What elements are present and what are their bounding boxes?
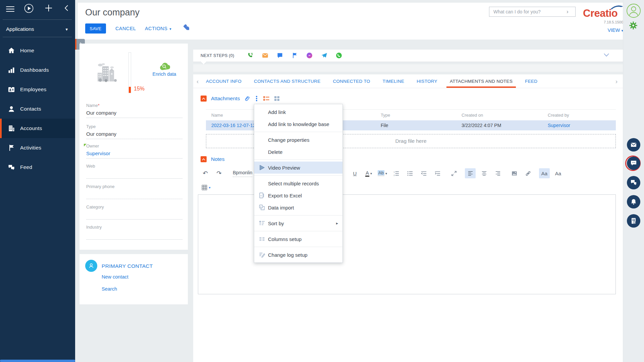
field-primary-phone[interactable]: Primary phone	[86, 184, 182, 199]
font-color-icon[interactable]: A▾	[363, 168, 374, 178]
insert-image-icon[interactable]	[509, 168, 520, 178]
more-actions-icon[interactable]	[255, 96, 259, 101]
tab-connected-to[interactable]: CONNECTED TO	[333, 74, 370, 88]
user-avatar[interactable]	[626, 3, 641, 18]
attachment-created-by-link[interactable]: Supervisor	[548, 123, 570, 128]
collapse-sidebar-icon[interactable]	[63, 4, 70, 12]
settings-gear-icon[interactable]	[629, 21, 638, 30]
menu-item-change-properties[interactable]: Change properties	[254, 134, 342, 146]
tabs-scroll-left-icon[interactable]: ‹	[197, 78, 199, 85]
menu-item-select-multiple-records[interactable]: Select multiple records	[254, 177, 342, 189]
sidebar-item-dashboards[interactable]: Dashboards	[0, 60, 75, 80]
menu-item-delete[interactable]: Delete	[254, 146, 342, 158]
field-value[interactable]	[86, 171, 182, 177]
whatsapp-icon[interactable]	[335, 52, 342, 59]
cancel-button[interactable]: CANCEL	[115, 26, 136, 31]
column-header-created-by[interactable]: Created by	[548, 113, 569, 118]
align-right-icon[interactable]	[492, 168, 503, 178]
field-value[interactable]	[86, 232, 182, 238]
text-style-icon[interactable]: Aa​	[539, 168, 550, 178]
search-submit-icon[interactable]: ›	[567, 8, 575, 15]
menu-item-video-preview[interactable]: Video Preview	[254, 162, 342, 174]
task-flag-icon[interactable]	[291, 52, 298, 59]
tab-attachments-and-notes[interactable]: ATTACHMENTS AND NOTES	[450, 74, 513, 88]
tab-history[interactable]: HISTORY	[417, 74, 437, 88]
account-photo-placeholder[interactable]	[96, 62, 118, 83]
numbered-list-icon[interactable]: 12	[391, 168, 401, 178]
column-header-created-on[interactable]: Created on	[462, 113, 483, 118]
underline-icon[interactable]: U	[350, 168, 360, 178]
tag-icon[interactable]	[182, 24, 190, 31]
field-value[interactable]	[86, 191, 182, 197]
search-input[interactable]	[489, 9, 567, 14]
menu-item-sort-by[interactable]: Sort by ▸	[254, 217, 342, 229]
email-center-button[interactable]	[627, 138, 640, 152]
menu-item-data-import[interactable]: x Data import	[254, 201, 342, 214]
chat-messages-button[interactable]	[627, 157, 640, 170]
field-value[interactable]: Our company	[86, 131, 182, 137]
business-process-tasks-button[interactable]	[627, 214, 640, 228]
redo-icon[interactable]: ↷	[214, 168, 224, 178]
bullet-list-icon[interactable]	[405, 168, 415, 178]
sidebar-item-activities[interactable]: Activities	[0, 138, 75, 158]
menu-item-add-link-to-knowledge-base[interactable]: Add link to knowledge base	[254, 118, 342, 130]
insert-table-icon[interactable]: ▾	[201, 182, 211, 192]
clear-style-icon[interactable]: Aa	[553, 168, 564, 178]
menu-item-add-link[interactable]: Add link	[254, 106, 342, 118]
field-name[interactable]: Name* Our company	[86, 103, 182, 118]
tab-account-info[interactable]: ACCOUNT INFO	[206, 74, 241, 88]
attachment-name-link[interactable]: 2022-03-16 12-07-12	[211, 123, 256, 128]
field-value-link[interactable]: Supervisor	[86, 150, 182, 157]
notifications-bell-button[interactable]	[627, 195, 640, 208]
field-industry[interactable]: Industry	[86, 225, 182, 240]
grid-view-icon[interactable]	[274, 96, 280, 101]
field-owner[interactable]: Owner Supervisor	[86, 143, 182, 159]
chat-icon[interactable]	[276, 52, 283, 59]
list-view-icon[interactable]	[263, 96, 270, 101]
align-center-icon[interactable]	[479, 168, 489, 178]
tab-timeline[interactable]: TIMELINE	[383, 74, 405, 88]
collapse-section-icon[interactable]	[201, 96, 207, 102]
actions-button[interactable]: ACTIONS▾	[145, 26, 171, 31]
column-header-name[interactable]: Name	[211, 113, 223, 118]
workspace-selector[interactable]: Applications ▾	[0, 21, 75, 37]
view-menu-button[interactable]: VIEW ▾	[583, 27, 623, 33]
fullscreen-icon[interactable]	[448, 168, 459, 178]
sidebar-item-employees[interactable]: Employees	[0, 80, 75, 99]
telegram-icon[interactable]	[321, 52, 328, 59]
field-category[interactable]: Category	[86, 204, 182, 220]
field-value[interactable]	[86, 212, 182, 218]
sidebar-item-home[interactable]: Home	[0, 41, 75, 60]
tab-feed[interactable]: FEED	[525, 74, 537, 88]
menu-hamburger-icon[interactable]	[6, 5, 14, 13]
insert-link-icon[interactable]	[523, 168, 533, 178]
field-web[interactable]: Web	[86, 164, 182, 179]
collapse-panel-icon[interactable]	[603, 53, 609, 57]
undo-icon[interactable]: ↶	[200, 168, 211, 178]
highlight-color-icon[interactable]: Ab▾	[377, 168, 388, 178]
save-button[interactable]: SAVE	[85, 23, 106, 34]
tab-contacts-and-structure[interactable]: CONTACTS AND STRUCTURE	[254, 74, 320, 88]
menu-item-columns-setup[interactable]: Columns setup	[254, 233, 342, 245]
menu-item-export-to-excel[interactable]: x Export to Excel	[254, 189, 342, 201]
horizontal-scrollbar[interactable]	[0, 360, 75, 362]
field-type[interactable]: Type Our company	[86, 124, 182, 139]
tabs-scroll-right-icon[interactable]: ›	[615, 78, 618, 85]
email-icon[interactable]	[262, 52, 269, 59]
sidebar-item-accounts[interactable]: Accounts	[0, 119, 75, 138]
sidebar-item-contacts[interactable]: Contacts	[0, 99, 75, 119]
messenger-icon[interactable]	[306, 52, 313, 59]
new-contact-link[interactable]: New contact	[102, 274, 128, 280]
call-icon[interactable]	[247, 52, 254, 59]
menu-item-change-log-setup[interactable]: Change log setup	[254, 249, 342, 261]
process-run-icon[interactable]	[24, 4, 34, 13]
feed-discussions-button[interactable]	[627, 176, 640, 189]
decrease-indent-icon[interactable]	[418, 168, 429, 178]
collapse-section-icon[interactable]	[201, 156, 207, 162]
font-family-select[interactable]: Bpmonlin	[233, 170, 252, 177]
increase-indent-icon[interactable]	[432, 168, 443, 178]
attach-file-icon[interactable]	[244, 95, 250, 102]
enrich-data-button[interactable]: Enrich data	[146, 62, 183, 77]
add-new-icon[interactable]	[44, 4, 53, 12]
column-header-type[interactable]: Type	[381, 113, 390, 118]
